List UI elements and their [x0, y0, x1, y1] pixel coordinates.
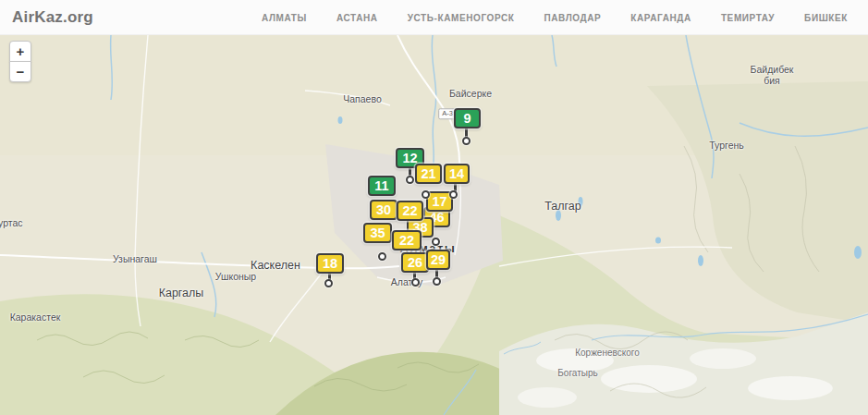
marker-anchor-dot [433, 277, 441, 286]
marker-anchor-dot [324, 279, 333, 287]
map-label-kargaly: Каргалы [159, 287, 204, 299]
map-label-urtas: уртас [0, 217, 23, 228]
header: AirKaz.org АЛМАТЫ АСТАНА УСТЬ-КАМЕНОГОРС… [0, 0, 868, 35]
marker-30[interactable]: 30 [370, 200, 397, 220]
nav-item-pavlodar[interactable]: ПАВЛОДАР [529, 13, 616, 23]
zoom-control: + − [9, 41, 31, 82]
map[interactable]: + − Чапаево Байсерке А-3 Тургень Байдибе… [0, 35, 868, 415]
nav-item-almaty[interactable]: АЛМАТЫ [247, 13, 322, 23]
marker-anchor-dot [432, 238, 440, 246]
map-label-korzhenevskogo: Корженевского [575, 348, 640, 358]
nav-item-ust-kamenogorsk[interactable]: УСТЬ-КАМЕНОГОРСК [393, 13, 530, 23]
nav-item-astana[interactable]: АСТАНА [322, 13, 393, 23]
marker-11[interactable]: 11 [368, 176, 396, 196]
marker-anchor-dot [422, 190, 430, 199]
main-nav: АЛМАТЫ АСТАНА УСТЬ-КАМЕНОГОРСК ПАВЛОДАР … [247, 0, 862, 35]
marker-anchor-dot [449, 190, 458, 199]
marker-9[interactable]: 9 [454, 108, 481, 128]
map-label-bayserke: Байсерке [449, 88, 492, 99]
map-label-bogatyr: Богатырь [557, 368, 597, 378]
marker-anchor-dot [406, 176, 414, 184]
marker-21[interactable]: 21 [415, 164, 442, 184]
marker-29[interactable]: 29 [426, 250, 450, 270]
map-label-ushkonyr: Ушконыр [215, 271, 256, 282]
marker-anchor-dot [378, 252, 386, 261]
map-label-chapaevo: Чапаево [343, 93, 382, 104]
nav-item-bishkek[interactable]: БИШКЕК [789, 13, 862, 23]
marker-22-upper[interactable]: 22 [397, 201, 423, 221]
marker-anchor-dot [411, 278, 420, 287]
nav-item-temirtau[interactable]: ТЕМИРТАУ [706, 13, 789, 23]
marker-26[interactable]: 26 [401, 252, 429, 273]
zoom-out-button[interactable]: − [9, 61, 31, 82]
map-label-baydibek-2: бия [764, 75, 780, 86]
map-label-uzynagash: Узынагаш [113, 253, 157, 264]
marker-18[interactable]: 18 [316, 253, 344, 274]
marker-anchor-dot [462, 137, 471, 145]
map-label-talgar: Талгар [544, 200, 581, 213]
map-label-kaskelen: Каскелен [251, 259, 300, 272]
nav-item-karaganda[interactable]: КАРАГАНДА [616, 13, 706, 23]
airkaz-page: AirKaz.org АЛМАТЫ АСТАНА УСТЬ-КАМЕНОГОРС… [0, 0, 868, 415]
zoom-in-button[interactable]: + [9, 41, 31, 62]
marker-35[interactable]: 35 [363, 223, 392, 243]
map-label-baydibek-1: Байдибек [751, 64, 794, 75]
marker-14[interactable]: 14 [444, 164, 470, 184]
map-label-turgen: Тургень [709, 140, 744, 151]
logo[interactable]: AirKaz.org [12, 8, 93, 27]
marker-22-front[interactable]: 22 [392, 230, 422, 250]
map-label-karakastek: Каракастек [10, 311, 61, 323]
